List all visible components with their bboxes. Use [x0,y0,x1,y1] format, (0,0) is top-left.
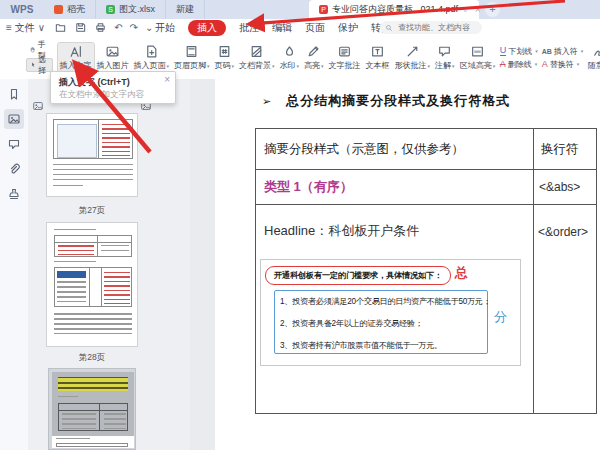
bookmark-icon [7,87,21,101]
tool-label: 水印 [280,61,296,70]
toolbar-button[interactable]: 页码▾ [213,43,237,72]
tool-label: 高亮 [304,61,320,70]
section-heading: ➢总分结构摘要分段样式及换行符格式 [262,92,510,110]
tool-label: 形状批注 [395,61,427,70]
toolbar-button[interactable]: 插入图片 [95,43,131,72]
more-icon[interactable]: ⌄ [145,22,153,33]
toolbar-button[interactable]: 文本框 [364,43,392,72]
insert-page-icon [144,44,159,59]
watermark-icon [282,44,297,59]
header-footer-icon [184,44,199,59]
content-table: 摘要分段样式（示意图，仅供参考） 换行符 类型 1（有序） <&abs> Hea… [255,128,597,414]
thumbnail-size-small-icon[interactable] [32,98,44,116]
thumbnail-label: 第28页 [46,352,138,364]
tool-label: 插入页面 [134,61,166,70]
toolbar-button[interactable]: 区域高亮▾ [458,43,498,72]
document-area[interactable]: ➢总分结构摘要分段样式及换行符格式 摘要分段样式（示意图，仅供参考） 换行符 类… [190,79,600,450]
toolbar-button[interactable]: 水印▾ [278,43,302,72]
pdf-page[interactable]: ➢总分结构摘要分段样式及换行符格式 摘要分段样式（示意图，仅供参考） 换行符 类… [215,79,600,450]
toolbar-button[interactable]: 文档背景▾ [237,43,277,72]
menu-item[interactable]: 页面 [305,21,325,35]
menu-item[interactable]: 批注 [239,21,259,35]
abs-break-symbol: <&abs> [539,180,580,194]
menu-item[interactable]: 开始 [155,21,175,35]
thumbnail-page-current[interactable] [48,368,136,450]
chevron-down-icon: ▾ [577,61,580,67]
chevron-down-icon: ▾ [207,63,210,69]
thumbnails-icon [7,112,21,126]
toolbar-button[interactable]: A替换符▾ [542,59,584,70]
tab-caret-icon[interactable]: ⌄ [462,5,469,14]
tool-label: 页眉页脚 [174,61,206,70]
menu-bar: ≡ 文件 ∨ ↶↷⌄ 开始插入批注编辑页面保护转换 [0,19,600,37]
highlight-icon [306,44,321,59]
new-tab-button[interactable]: + [485,2,500,17]
page-number-icon [217,44,232,59]
undo-icon[interactable]: ↶ [114,22,122,33]
toolbar-button[interactable]: U下划线▾ [500,46,538,57]
list-box: 1、投资者必须满足20个交易日的日均资产不能低于50万元； 2、投资者具备2年以… [274,290,488,354]
toolbar-button[interactable]: A删除线▾ [500,59,538,70]
toolbar-button[interactable]: 文字批注 [327,43,363,72]
menu-item[interactable]: 插入 [188,20,226,36]
rail-attachment[interactable] [4,159,24,179]
rail-comment[interactable] [4,134,24,154]
menu-item[interactable]: 编辑 [272,21,292,35]
chevron-down-icon: ∨ [38,22,45,33]
toolbar-button[interactable]: AB插入符▾ [542,46,584,57]
underline-icon: U [500,46,507,56]
thumbnail-page-28[interactable] [46,222,138,347]
search-box[interactable] [380,21,482,34]
tool-cursor[interactable]: 选择 [26,58,53,72]
save-icon[interactable] [74,21,87,34]
headline-text: Headline：科创板开户条件 [264,222,419,240]
tab-label: 专业问答内容质量标...021.4.pdf [332,3,458,16]
toolbar-button[interactable]: 页眉页脚▾ [172,43,212,72]
tool-label: 随意画 [588,61,600,70]
search-input[interactable] [396,22,476,33]
toolbar-button[interactable]: 插入文字 [58,43,94,72]
close-icon[interactable]: × [164,74,170,85]
toolbar-button[interactable]: 高亮▾ [302,43,326,72]
tool-label: 区域高亮 [460,61,492,70]
file-menu[interactable]: 文件 [15,21,35,35]
close-icon[interactable]: × [475,4,481,15]
print-icon[interactable] [94,21,107,34]
callout-box: 开通科创板有一定的门槛要求，具体情况如下： [265,266,451,285]
stamp-icon [7,187,21,201]
chevron-down-icon: ▾ [535,61,538,67]
redo-icon[interactable]: ↷ [130,22,138,33]
toolbar-button[interactable]: 插入页面▾ [132,43,172,72]
insert-image-icon [105,44,120,59]
menu-icon[interactable]: ≡ [6,22,12,33]
rail-thumbnails[interactable] [4,109,24,129]
tab[interactable]: 稻壳 [44,0,96,19]
wps-logo[interactable]: WPS [0,0,44,19]
tab[interactable]: 新建 [166,0,205,19]
thumbnail-page-27[interactable] [46,113,138,197]
folder-icon[interactable] [54,21,67,34]
menu-item[interactable]: 保护 [338,21,358,35]
note-icon [437,44,452,59]
tab[interactable]: S图文.xlsx [96,0,166,19]
tool-label: 选择 [38,54,49,76]
thumbnail-panel: 第27页 第28页 [28,79,191,450]
print-icon [94,21,107,34]
insert-text-icon [68,44,83,59]
toolbar-button[interactable]: 形状批注▾ [393,43,433,72]
text-box-icon [370,44,385,59]
tab[interactable]: P专业问答内容质量标...021.4.pdf⌄× [309,0,479,19]
rail-bookmark[interactable] [4,84,24,104]
doc-background-icon [249,44,264,59]
cursor-icon [30,60,36,69]
chevron-down-icon: ▾ [321,63,324,69]
toolbar-button[interactable]: 注解▾ [433,43,457,72]
text-comment-icon [337,44,352,59]
save-icon [74,21,87,34]
table-header-style: 摘要分段样式（示意图，仅供参考） [264,141,464,158]
rail-stamp[interactable] [4,184,24,204]
docer-icon [54,5,63,14]
toolbar-button[interactable]: 随意画 [586,43,600,72]
type1-label: 类型 1（有序） [264,178,353,196]
chevron-down-icon: ▾ [581,48,584,54]
